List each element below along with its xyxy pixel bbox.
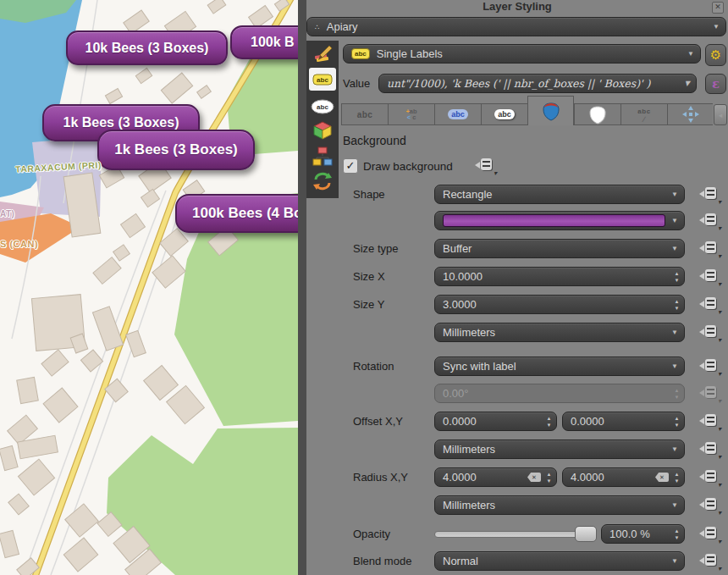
- gear-icon: ⚙: [710, 47, 721, 63]
- row-label: Offset X,Y: [353, 415, 403, 428]
- offset-x-y-x-spinbox[interactable]: 0.0000▲▼: [434, 412, 557, 431]
- data-defined-override-button[interactable]: ▾: [696, 324, 720, 341]
- opacity-spinbox[interactable]: 100.0 %▲▼: [601, 524, 685, 544]
- tab-scroll-left[interactable]: ◂: [714, 104, 727, 125]
- point-layer-icon: ∴: [315, 23, 321, 31]
- millimeters-combobox[interactable]: Millimeters▼: [434, 440, 685, 459]
- size-type-combobox[interactable]: Buffer▼: [434, 239, 685, 258]
- data-defined-override-button[interactable]: ▾: [696, 441, 720, 458]
- spin-buttons[interactable]: ▲▼: [670, 296, 683, 312]
- row-label: Radius X,Y: [353, 471, 408, 484]
- data-defined-override-button[interactable]: ▾: [696, 553, 720, 570]
- epsilon-icon: ε: [712, 76, 720, 91]
- data-defined-override-button[interactable]: ▾: [696, 213, 720, 229]
- place-map-label: AT): [0, 209, 14, 218]
- size-x-spinbox[interactable]: 10.0000▲▼: [434, 267, 685, 286]
- spin-buttons[interactable]: ▲▼: [670, 268, 683, 285]
- data-defined-override-button[interactable]: ▾: [696, 186, 720, 203]
- chevron-down-icon: ▼: [671, 502, 678, 509]
- radius-x-y-y-spinbox[interactable]: 4.0000✕▲▼: [562, 467, 685, 487]
- value-expression-field[interactable]: unt"/1000), 'k Bees (' || nbr_of_boxes |…: [378, 74, 697, 93]
- expression-builder-button[interactable]: ε: [705, 74, 726, 94]
- layer-selector[interactable]: ∴ Apiary ▼: [306, 17, 726, 36]
- svg-text:abc: abc: [317, 103, 328, 111]
- clear-icon[interactable]: ✕: [527, 473, 541, 482]
- bee-count-map-label: 100k Bees (4 Boxe: [175, 194, 298, 233]
- sidebar-tool-diagrams-icon[interactable]: [309, 144, 336, 167]
- spin-buttons[interactable]: ▲▼: [543, 413, 555, 429]
- size-y-spinbox[interactable]: 3.0000▲▼: [434, 295, 685, 314]
- chevron-down-icon: ▼: [671, 363, 678, 370]
- tab-shadow[interactable]: [574, 103, 620, 125]
- qgis-window: 10k Bees (3 Boxes)100k B1k Bees (3 Boxes…: [0, 0, 728, 575]
- row-label: Size Y: [353, 298, 384, 311]
- automated-placement-button[interactable]: ⚙: [705, 44, 726, 66]
- data-defined-override-button[interactable]: ▾: [696, 358, 720, 375]
- tab-buffer[interactable]: abc: [434, 103, 481, 125]
- millimeters-combobox[interactable]: Millimeters▼: [434, 495, 685, 515]
- opacity-slider[interactable]: [434, 531, 597, 538]
- svg-text:abc: abc: [317, 76, 328, 84]
- opacity-slider-handle[interactable]: [575, 526, 597, 542]
- 0-00--spinbox[interactable]: 0.00°▲▼: [434, 384, 685, 403]
- shape-combobox[interactable]: Rectangle▼: [434, 185, 685, 204]
- data-defined-override-button[interactable]: ▾: [696, 413, 720, 430]
- spin-buttons[interactable]: ▲▼: [670, 526, 683, 542]
- map-canvas[interactable]: 10k Bees (3 Boxes)100k B1k Bees (3 Boxes…: [0, 0, 298, 575]
- layer-selector-value: Apiary: [327, 20, 358, 33]
- chevron-down-icon: ▼: [671, 218, 678, 224]
- row-label: Blend mode: [353, 555, 411, 567]
- basemap: [0, 0, 298, 575]
- spin-buttons[interactable]: ▲▼: [670, 385, 683, 401]
- data-defined-override-button[interactable]: ▾: [472, 158, 495, 174]
- spin-buttons[interactable]: ▲▼: [670, 413, 683, 429]
- millimeters-combobox[interactable]: Millimeters▼: [434, 323, 685, 342]
- data-defined-override-button[interactable]: ▾: [696, 385, 720, 402]
- data-defined-override-button[interactable]: ▾: [696, 526, 720, 543]
- data-defined-override-button[interactable]: ▾: [696, 497, 720, 514]
- panel-splitter[interactable]: [298, 0, 306, 575]
- draw-background-checkbox[interactable]: ✓: [343, 158, 358, 174]
- section-title: Background: [343, 134, 406, 147]
- sidebar-tool-mask-icon[interactable]: abc: [309, 95, 336, 118]
- blend-mode-combobox[interactable]: Normal▼: [434, 551, 685, 571]
- offset-x-y-y-spinbox[interactable]: 0.0000▲▼: [562, 412, 685, 431]
- data-defined-override-button[interactable]: ▾: [696, 296, 720, 313]
- chevron-down-icon: ▼: [687, 51, 694, 58]
- rotation-combobox[interactable]: Sync with label▼: [434, 357, 685, 376]
- tab-callouts[interactable]: [667, 103, 713, 125]
- sidebar-tool-labels-icon[interactable]: abc: [309, 68, 336, 91]
- sidebar-tool-symbology-icon[interactable]: [309, 42, 336, 65]
- tab-text[interactable]: abc: [341, 103, 388, 125]
- bee-count-map-label: 1k Bees (3 Boxes): [97, 130, 255, 170]
- spin-buttons[interactable]: ▲▼: [670, 469, 683, 485]
- row-label: Shape: [353, 188, 385, 201]
- row-label: Opacity: [353, 528, 390, 540]
- close-icon[interactable]: ✕: [712, 2, 724, 14]
- color-swatch: [443, 214, 665, 227]
- building: [17, 377, 39, 403]
- data-defined-override-button[interactable]: ▾: [696, 469, 720, 486]
- row-label: Size X: [353, 270, 385, 283]
- spin-buttons[interactable]: ▲▼: [543, 469, 555, 485]
- label-mode-selector[interactable]: abc Single Labels ▼: [343, 44, 701, 64]
- chevron-down-icon: ▼: [671, 246, 678, 252]
- tab-background[interactable]: [527, 96, 574, 125]
- fill-color-button[interactable]: ▼: [434, 211, 685, 230]
- sidebar-tool-view-3d-icon[interactable]: [309, 119, 336, 141]
- layer-styling-panel: Layer Styling ✕ ∴ Apiary ▼ abcabc abc Si…: [298, 0, 728, 575]
- tab-placement[interactable]: abc∕: [620, 103, 667, 125]
- bee-count-map-label: 10k Bees (3 Boxes): [66, 30, 228, 65]
- sidebar-tool-history-icon[interactable]: [309, 169, 336, 192]
- expression-text: unt"/1000), 'k Bees (' || nbr_of_boxes |…: [387, 77, 650, 90]
- row-label: Rotation: [353, 360, 394, 373]
- draw-background-label: Draw background: [363, 160, 453, 173]
- radius-x-y-x-spinbox[interactable]: 4.0000✕▲▼: [434, 467, 557, 487]
- tab-mask[interactable]: abc: [481, 103, 527, 125]
- abc-label-icon: abc: [351, 48, 370, 59]
- clear-icon[interactable]: ✕: [655, 473, 669, 482]
- styling-tool-strip: abcabc: [306, 41, 339, 198]
- data-defined-override-button[interactable]: ▾: [696, 268, 720, 285]
- tab-formatting[interactable]: +ab< c: [388, 103, 434, 125]
- data-defined-override-button[interactable]: ▾: [696, 241, 720, 257]
